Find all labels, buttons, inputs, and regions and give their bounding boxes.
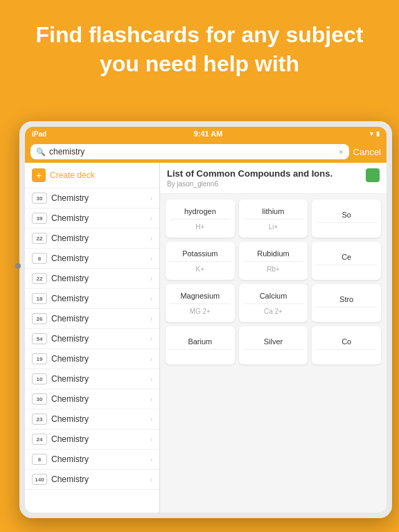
deck-badge: 22 — [32, 273, 47, 284]
deck-row[interactable]: 30 Chemistry › — [25, 389, 159, 409]
card-term: Rubidium — [243, 249, 304, 258]
flash-card[interactable]: So — [312, 200, 381, 238]
deck-row[interactable]: 26 Chemistry › — [25, 309, 159, 329]
card-term: lithium — [243, 207, 304, 215]
chevron-right-icon: › — [150, 195, 152, 202]
card-definition: Rb+ — [243, 265, 304, 273]
card-term: Magnesium — [170, 292, 231, 300]
flash-card[interactable]: Rubidium Rb+ — [239, 242, 308, 280]
deck-badge: 140 — [32, 474, 47, 485]
card-term: Ce — [316, 253, 377, 261]
chevron-right-icon: › — [150, 436, 152, 443]
search-input[interactable]: chemistry — [49, 147, 335, 157]
deck-row[interactable]: 8 Chemistry › — [25, 450, 159, 470]
flash-card[interactable]: Potassium K+ — [166, 242, 235, 280]
deck-row[interactable]: 140 Chemistry › — [25, 470, 159, 490]
deck-row[interactable]: 19 Chemistry › — [25, 349, 159, 369]
search-bar-area: 🔍 chemistry × Cancel — [25, 141, 387, 163]
deck-badge: 19 — [32, 353, 47, 364]
flash-card[interactable]: Silver — [239, 326, 308, 364]
deck-name: Chemistry — [51, 354, 146, 364]
deck-badge: 26 — [32, 313, 47, 324]
deck-title: List of Common Compounds and Ions. — [167, 168, 332, 179]
flash-card[interactable]: Co — [312, 326, 381, 364]
flash-card[interactable]: hydrogen H+ — [166, 200, 235, 238]
deck-row[interactable]: 24 Chemistry › — [25, 429, 159, 450]
flash-card[interactable]: Ce — [312, 242, 381, 280]
deck-list: 30 Chemistry › 39 Chemistry › 22 Chemist… — [25, 188, 159, 490]
card-definition: H+ — [170, 223, 231, 231]
flash-card[interactable]: lithium Li+ — [239, 200, 308, 238]
card-divider — [316, 265, 377, 265]
tablet-screen: iPad 9:41 AM ▾ ▮ 🔍 chemistry × Cancel — [25, 127, 387, 513]
deck-name: Chemistry — [51, 334, 146, 344]
create-icon: + — [32, 168, 46, 182]
deck-name: Chemistry — [51, 274, 146, 283]
flash-card[interactable]: Barium — [166, 326, 235, 364]
chevron-right-icon: › — [150, 275, 152, 283]
flash-card[interactable]: Stro — [312, 284, 381, 322]
chevron-right-icon: › — [150, 416, 152, 423]
deck-badge: 22 — [32, 233, 47, 244]
deck-badge: 39 — [32, 213, 47, 224]
card-term: Stro — [316, 295, 377, 303]
search-input-container[interactable]: 🔍 chemistry × — [30, 144, 349, 159]
deck-row[interactable]: 39 Chemistry › — [25, 209, 159, 229]
chevron-right-icon: › — [150, 215, 152, 222]
deck-badge: 18 — [32, 293, 47, 304]
wifi-icon: ▾ — [370, 130, 373, 137]
card-definition: Li+ — [243, 223, 304, 231]
deck-badge: 30 — [32, 193, 47, 204]
main-content: + Create deck 30 Chemistry › 39 Chemistr… — [25, 163, 387, 513]
deck-badge: 8 — [32, 253, 47, 264]
deck-row[interactable]: 8 Chemistry › — [25, 249, 159, 269]
clear-icon[interactable]: × — [339, 148, 343, 156]
deck-name: Chemistry — [51, 434, 146, 444]
card-term: So — [316, 211, 377, 219]
card-term: Calcium — [243, 292, 304, 300]
status-icons: ▾ ▮ — [370, 130, 380, 137]
status-bar: iPad 9:41 AM ▾ ▮ — [25, 127, 387, 141]
deck-badge: 24 — [32, 434, 47, 445]
deck-name: Chemistry — [51, 294, 146, 303]
deck-row[interactable]: 54 Chemistry › — [25, 329, 159, 349]
cancel-button[interactable]: Cancel — [353, 147, 381, 157]
deck-name: Chemistry — [51, 454, 146, 464]
card-definition: Ca 2+ — [243, 308, 304, 315]
create-deck-row[interactable]: + Create deck — [25, 163, 159, 188]
flashcards-grid: hydrogen H+ lithium Li+ So Potassium K+ … — [160, 194, 387, 370]
deck-badge: 30 — [32, 393, 47, 405]
deck-row[interactable]: 18 Chemistry › — [25, 289, 159, 309]
deck-row[interactable]: 22 Chemistry › — [25, 269, 159, 289]
chevron-right-icon: › — [150, 235, 152, 242]
card-term: Silver — [243, 337, 304, 346]
deck-header: List of Common Compounds and Ions. By ja… — [160, 163, 387, 194]
chevron-right-icon: › — [150, 315, 152, 323]
deck-author: By jason_glenn6 — [167, 180, 332, 188]
tablet-device: iPad 9:41 AM ▾ ▮ 🔍 chemistry × Cancel — [19, 121, 392, 518]
flash-card[interactable]: Calcium Ca 2+ — [239, 284, 308, 322]
card-term: hydrogen — [170, 207, 231, 215]
card-definition: K+ — [170, 265, 231, 273]
card-divider — [316, 222, 377, 223]
deck-row[interactable]: 22 Chemistry › — [25, 229, 159, 249]
card-term: Potassium — [170, 249, 231, 258]
deck-name: Chemistry — [51, 314, 146, 323]
deck-row[interactable]: 10 Chemistry › — [25, 369, 159, 389]
card-divider — [243, 349, 304, 350]
deck-row[interactable]: 23 Chemistry › — [25, 409, 159, 429]
deck-name: Chemistry — [51, 254, 146, 263]
search-icon: 🔍 — [36, 148, 46, 157]
deck-row[interactable]: 30 Chemistry › — [25, 188, 159, 209]
flash-card[interactable]: Magnesium MG 2+ — [166, 284, 235, 322]
card-term: Barium — [170, 337, 231, 346]
deck-badge: 8 — [32, 454, 47, 465]
device-label: iPad — [32, 130, 46, 138]
chevron-right-icon: › — [150, 396, 152, 403]
chevron-right-icon: › — [150, 456, 152, 463]
chevron-right-icon: › — [150, 375, 152, 383]
deck-color-button[interactable] — [366, 168, 380, 182]
deck-detail-panel: List of Common Compounds and Ions. By ja… — [160, 163, 387, 513]
hero-section: Find flashcards for any subject you need… — [0, 0, 399, 92]
deck-name: Chemistry — [51, 414, 146, 424]
